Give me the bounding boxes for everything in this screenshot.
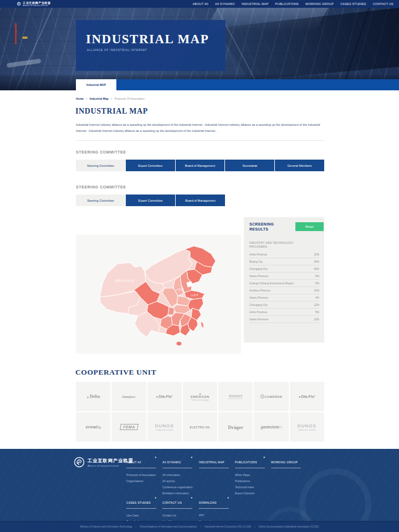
provider-name: Anhui Province xyxy=(249,311,267,314)
footer-link[interactable]: Use Case xyxy=(126,513,160,519)
partner-logo-text: bürkert xyxy=(229,394,242,399)
footer-logo[interactable]: 工业互联网产业联盟 Alliance of Industrial Interne… xyxy=(74,457,134,468)
square-icon: ▨ xyxy=(98,426,101,429)
partner-logo-subtext: Combustion Controls xyxy=(156,429,173,431)
partner-logo-text: Dia-Flo’ xyxy=(158,395,173,398)
divider xyxy=(76,140,324,141)
provider-name: Gansu Province xyxy=(249,275,268,278)
provider-name: Chongqing City xyxy=(249,304,268,306)
footer-col-title: CASES STUDIES xyxy=(126,501,151,504)
breadcrumb-separator: > xyxy=(86,97,88,100)
footer-link[interactable]: White Paper xyxy=(235,472,268,478)
tab-board-of-management[interactable]: Board of Management xyxy=(176,195,225,206)
footer-link[interactable]: Expert Opinions xyxy=(235,490,268,497)
partner-logo-subtext: Climate Technologies xyxy=(191,399,209,401)
footer-col-header[interactable]: AII DYNAMIC ▾ xyxy=(162,456,192,468)
provider-row[interactable]: Anhui Province 5% xyxy=(249,309,319,316)
footer-col-header[interactable]: CONTACT US ▾ xyxy=(162,496,192,509)
hero-photo-rocket xyxy=(15,23,17,44)
nav-item-cases-studies[interactable]: CASES STUDIES xyxy=(340,2,366,6)
footer-link[interactable]: Organizations xyxy=(126,478,160,484)
nav-item-industrial-map[interactable]: INDUSTRIAL MAP xyxy=(242,2,269,6)
footer-col-header[interactable]: ABOUT AII ▾ xyxy=(126,456,156,468)
footer-link[interactable]: AII information xyxy=(162,472,196,478)
nav-item-working-group[interactable]: WORKING GROUP xyxy=(305,2,334,6)
provider-row[interactable]: Chongqing City 12% xyxy=(249,301,319,309)
footer-col-header[interactable]: CASES STUDIES ▾ xyxy=(126,496,156,509)
tab-expert-committee[interactable]: Expert Committee xyxy=(126,195,175,206)
footer-col-download: DOWNLOAD ▾ PPT Standards Technical infor… xyxy=(199,496,232,521)
footer-col-title: INDUSTRIAL MAP xyxy=(199,461,224,464)
committee-tabs-2: Steering Committee Expert Committee Boar… xyxy=(76,195,225,206)
provider-name: Gansu Province xyxy=(249,296,268,299)
map-region-beijing[interactable] xyxy=(187,282,192,287)
logo-text-en: Alliance of Industrial Internet xyxy=(23,4,50,7)
footer-link[interactable]: PPT xyxy=(199,513,232,519)
provider-row[interactable]: Guangxi Zhuang Autonomous Region 5% xyxy=(249,280,319,287)
provider-row[interactable]: Gansu Province 4% xyxy=(249,294,319,301)
provider-row[interactable]: Gansu Province 12% xyxy=(249,316,319,323)
partner-logo-emerson: ◆EMERSON Climate Technologies xyxy=(183,382,217,411)
nav-item-aii-dynamic[interactable]: AII DYNAMIC xyxy=(215,2,235,6)
nav-item-publications[interactable]: PUBLICATIONS xyxy=(275,2,299,6)
bottom-bar-link[interactable]: Ministry of Industry and Information Tec… xyxy=(80,525,132,528)
footer-link[interactable]: AII activity xyxy=(162,478,196,484)
breadcrumb-industrial-map[interactable]: Industrial Map xyxy=(90,97,109,100)
tab-general-members[interactable]: General Members xyxy=(275,160,324,171)
nav-item-about-aii[interactable]: ABOUT AII xyxy=(192,2,208,6)
bottom-bar-link[interactable]: Industrial Internet Consortium (IIC) of … xyxy=(204,525,252,528)
site-logo[interactable]: ⚙ 工业互联网产业联盟 Alliance of Industrial Inter… xyxy=(17,0,50,8)
tab-industrial-map[interactable]: Industrial MAP xyxy=(76,79,116,90)
gear-icon: ⚙ xyxy=(17,1,21,7)
provider-row[interactable]: Guizhou Province 14% xyxy=(249,287,319,294)
nav-item-contact-us[interactable]: CONTACT US xyxy=(373,2,393,6)
partner-logo-text: EMERSON xyxy=(191,395,209,398)
provider-value: 5% xyxy=(315,275,319,278)
provider-value: 14% xyxy=(314,289,319,292)
footer-col-contact-us: CONTACT US ▾ Contact Us Join AII xyxy=(162,496,196,521)
footer-col-title: WORKING GROUP xyxy=(271,461,298,464)
footer-col-header[interactable]: WORKING GROUP xyxy=(271,456,301,468)
tab-board-of-management[interactable]: Board of Management xyxy=(176,160,225,171)
provider-row[interactable]: Gansu Province 5% xyxy=(249,273,319,280)
partner-logo-danfoss: Danfoss xyxy=(111,382,146,411)
partner-logo-ermaf: ermaf▨ xyxy=(76,412,110,442)
page: ⚙ 工业互联网产业联盟 Alliance of Industrial Inter… xyxy=(0,0,399,532)
footer-link[interactable]: Contact Us xyxy=(162,513,196,519)
chevron-down-icon: ▾ xyxy=(227,496,229,499)
tab-steering-committee[interactable]: Steering Committee xyxy=(76,160,125,171)
provider-value: 5% xyxy=(315,311,319,314)
footer-col-header[interactable]: PUBLICATIONS ▾ xyxy=(235,456,265,468)
footer-col-title: ABOUT AII xyxy=(126,461,141,464)
chevron-down-icon: ▾ xyxy=(155,496,156,499)
slashes-icon: // xyxy=(280,426,282,429)
partner-logo-text: DUNGS xyxy=(155,423,174,428)
breadcrumb-home[interactable]: Home xyxy=(76,97,84,100)
tab-expert-committee[interactable]: Expert Committee xyxy=(126,160,175,171)
map-region-taiwan[interactable] xyxy=(200,321,204,328)
tab-secretariat[interactable]: Secretariat xyxy=(225,160,274,171)
provider-name: Guizhou Province xyxy=(249,289,270,292)
footer-link[interactable]: Publications xyxy=(235,478,268,484)
footer-col-header[interactable]: INDUSTRIAL MAP xyxy=(199,456,229,468)
partner-logo-dungs: DUNGS Combustion Controls xyxy=(290,412,324,442)
partner-logo-dia-flo: ●Dia-Flo’ xyxy=(290,382,324,411)
footer-link[interactable]: Protocols of Association xyxy=(126,472,160,478)
footer-col-industrial-map: INDUSTRIAL MAP xyxy=(199,456,232,468)
reset-button[interactable]: Reset xyxy=(295,222,324,231)
bottom-bar-link[interactable]: China Academy of Information and Communi… xyxy=(140,525,197,528)
provider-value: 5% xyxy=(315,282,319,285)
bottom-bar-link[interactable]: China Communications Standards Associati… xyxy=(259,525,319,528)
footer-link[interactable]: Conference organization xyxy=(162,484,196,490)
map-region-hainan[interactable] xyxy=(176,341,182,346)
footer-col-title: AII DYNAMIC xyxy=(162,461,181,464)
section-label-steering-committee: STEERING COMMITTEE xyxy=(76,185,126,189)
footer-link[interactable]: Technical Index xyxy=(235,484,268,490)
map-label-shanxi: 山西省 xyxy=(176,288,183,291)
footer-col-header[interactable]: DOWNLOAD ▾ xyxy=(199,496,229,509)
provider-row[interactable]: Chongqing City 42% xyxy=(249,265,319,273)
provider-row[interactable]: Anhui Province 12% xyxy=(249,251,319,258)
provider-row[interactable]: Beijing City 34% xyxy=(249,258,319,265)
chevron-down-icon: ▾ xyxy=(263,456,265,459)
tab-steering-committee[interactable]: Steering Committee xyxy=(76,195,125,206)
